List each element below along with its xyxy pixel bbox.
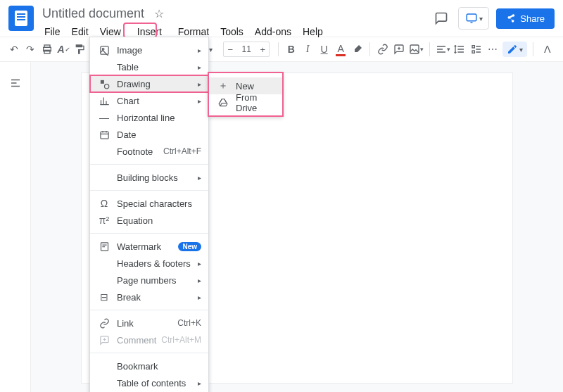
checklist-button[interactable] [469, 41, 483, 58]
omega-icon: Ω [97, 198, 111, 209]
paint-format-button[interactable] [73, 41, 87, 58]
submenu-arrow-icon: ▸ [198, 293, 201, 301]
menu-tools[interactable]: Tools [215, 25, 248, 39]
comment-history-icon[interactable] [431, 8, 451, 28]
insert-image-button[interactable]: ▾ [409, 41, 424, 58]
plus-icon: ＋ [216, 80, 230, 92]
undo-button[interactable]: ↶ [7, 41, 20, 58]
document-title[interactable]: Untitled document [39, 6, 147, 22]
svg-rect-9 [100, 80, 103, 83]
chart-icon [97, 96, 111, 106]
menu-divider [90, 353, 208, 353]
app-header: Untitled document ☆ File Edit View Inser… [0, 0, 563, 37]
star-icon[interactable]: ☆ [154, 8, 164, 20]
menu-item-horizontal-line[interactable]: — Horizontal line [90, 109, 208, 126]
submenu-arrow-icon: ▸ [198, 174, 201, 182]
menu-item-watermark[interactable]: Watermark New [90, 238, 208, 255]
docs-logo-icon[interactable] [8, 6, 34, 31]
submenu-arrow-icon: ▸ [198, 46, 201, 54]
menu-item-special-characters[interactable]: Ω Special characters [90, 195, 208, 212]
separator [369, 42, 370, 56]
header-right: ▾ Share [431, 6, 555, 31]
redo-button[interactable]: ↷ [23, 41, 37, 58]
new-badge: New [178, 242, 201, 251]
spellcheck-button[interactable]: A✓ [56, 41, 70, 58]
submenu-item-from-drive[interactable]: From Drive [209, 94, 282, 111]
menu-help[interactable]: Help [298, 25, 328, 39]
drawing-icon [97, 79, 111, 89]
menu-item-page-numbers[interactable]: Page numbers ▸ [90, 272, 208, 289]
comment-icon [97, 335, 111, 346]
toolbar: ↶ ↷ A✓ ▾ − 11 + B I U A ▾ ▾ ⋯ [0, 37, 563, 62]
submenu-arrow-icon: ▸ [198, 277, 201, 284]
menu-addons[interactable]: Add-ons [250, 25, 296, 39]
more-button[interactable]: ⋯ [486, 41, 500, 58]
menu-divider [90, 310, 208, 310]
menu-item-table[interactable]: Table ▸ [90, 58, 208, 75]
drawing-submenu: ＋ New From Drive [208, 72, 283, 116]
menu-item-toc[interactable]: Table of contents ▸ [90, 374, 208, 391]
share-button[interactable]: Share [496, 8, 555, 29]
bold-button[interactable]: B [284, 41, 298, 58]
submenu-arrow-icon: ▸ [198, 260, 201, 267]
font-size-increase[interactable]: + [256, 44, 269, 55]
menu-item-date[interactable]: Date [90, 126, 208, 143]
insert-link-button[interactable] [376, 41, 389, 58]
link-icon [97, 318, 111, 329]
watermark-icon [97, 241, 111, 252]
font-size-value[interactable]: 11 [236, 44, 256, 54]
pi-icon: π² [97, 215, 111, 226]
outline-icon[interactable] [6, 73, 25, 93]
present-button[interactable]: ▾ [458, 7, 489, 30]
insert-menu: Image ▸ Table ▸ Drawing ▸ Chart ▸ — Hori… [89, 37, 209, 392]
menu-item-comment: Comment Ctrl+Alt+M [90, 331, 208, 348]
svg-rect-11 [100, 132, 108, 139]
italic-button[interactable]: I [301, 41, 314, 58]
submenu-arrow-icon: ▸ [198, 379, 201, 387]
menu-file[interactable]: File [39, 25, 65, 39]
title-area: Untitled document ☆ File Edit View Inser… [39, 6, 431, 39]
menu-item-building-blocks[interactable]: Building blocks ▸ [90, 169, 208, 186]
menu-item-chart[interactable]: Chart ▸ [90, 92, 208, 109]
calendar-icon [97, 129, 111, 140]
submenu-arrow-icon: ▸ [198, 80, 201, 88]
menu-item-bookmark[interactable]: Bookmark [90, 358, 208, 374]
drive-icon [216, 98, 230, 108]
svg-rect-7 [100, 46, 108, 53]
svg-rect-4 [410, 45, 419, 53]
font-size-decrease[interactable]: − [224, 44, 236, 55]
menu-divider [90, 233, 208, 234]
break-icon: ⊟ [97, 291, 111, 303]
align-button[interactable]: ▾ [436, 41, 450, 58]
menu-item-equation[interactable]: π² Equation [90, 212, 208, 229]
menu-item-footnote[interactable]: Footnote Ctrl+Alt+F [90, 143, 208, 160]
underline-button[interactable]: U [317, 41, 331, 58]
image-icon [97, 45, 111, 56]
menu-divider [90, 164, 208, 165]
menu-item-break[interactable]: ⊟ Break ▸ [90, 289, 208, 305]
svg-rect-0 [467, 14, 476, 21]
insert-comment-button[interactable] [392, 41, 405, 58]
svg-point-10 [104, 84, 108, 88]
menu-item-link[interactable]: Link Ctrl+K [90, 315, 208, 331]
menu-divider [90, 190, 208, 191]
highlight-color-button[interactable] [350, 41, 364, 58]
menu-item-headers-footers[interactable]: Headers & footers ▸ [90, 255, 208, 272]
editing-mode-button[interactable]: ▾ [502, 42, 527, 57]
horizontal-line-icon: — [97, 112, 111, 123]
share-label: Share [520, 13, 545, 24]
menu-item-image[interactable]: Image ▸ [90, 42, 208, 58]
collapse-toolbar-icon[interactable]: ᐱ [539, 41, 556, 58]
separator [429, 42, 430, 56]
menu-item-drawing[interactable]: Drawing ▸ [90, 75, 208, 92]
line-spacing-button[interactable] [453, 41, 467, 58]
left-rail [0, 62, 31, 392]
font-size-control: − 11 + [223, 42, 270, 57]
svg-rect-6 [472, 51, 474, 53]
text-color-button[interactable]: A [334, 41, 347, 58]
svg-rect-5 [472, 46, 474, 48]
submenu-arrow-icon: ▸ [198, 97, 201, 105]
print-button[interactable] [40, 41, 53, 58]
separator [278, 42, 279, 56]
submenu-arrow-icon: ▸ [198, 63, 201, 71]
